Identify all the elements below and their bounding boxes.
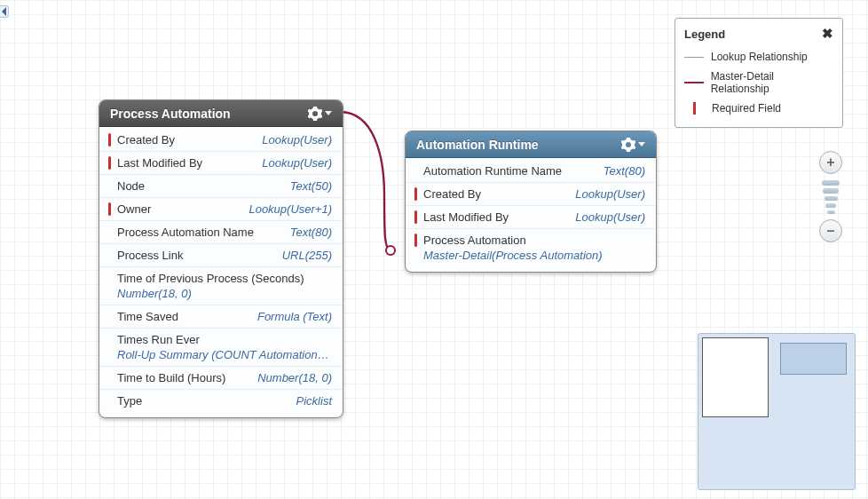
field-type[interactable]: Picklist <box>296 394 332 408</box>
panel-body: Automation Runtime NameText(80)Created B… <box>406 158 656 272</box>
field-row[interactable]: Created ByLookup(User) <box>406 183 656 206</box>
field-type[interactable]: Lookup(User) <box>262 156 332 170</box>
field-type[interactable]: Number(18, 0) <box>257 371 332 384</box>
field-row[interactable]: Time SavedFormula (Text) <box>99 305 343 329</box>
minimap[interactable] <box>698 333 856 490</box>
field-row[interactable]: Time to Build (Hours)Number(18, 0) <box>99 367 343 390</box>
field-type[interactable]: Lookup(User) <box>575 187 645 201</box>
field-type[interactable]: Text(80) <box>290 226 332 239</box>
legend-header: Legend ✖ <box>684 26 833 42</box>
field-type[interactable]: Lookup(User+1) <box>249 202 332 216</box>
field-row[interactable]: Process Automation NameText(80) <box>99 221 343 244</box>
field-type[interactable]: Number(18, 0) <box>108 285 192 300</box>
minimap-viewport[interactable] <box>780 343 847 375</box>
field-name: Time Saved <box>117 310 257 323</box>
legend-label: Master-Detail Relationship <box>711 70 833 95</box>
field-type[interactable]: Text(50) <box>290 179 332 193</box>
field-name: Automation Runtime Name <box>423 164 604 178</box>
field-row[interactable]: Created ByLookup(User) <box>99 129 343 152</box>
legend-panel[interactable]: Legend ✖ Lookup Relationship Master-Deta… <box>675 18 843 128</box>
master-line-icon <box>684 82 704 83</box>
field-name: Type <box>117 394 296 408</box>
lookup-line-icon <box>684 57 704 58</box>
relationship-connector <box>340 107 411 266</box>
legend-label: Lookup Relationship <box>711 51 808 63</box>
field-row[interactable]: Times Run EverRoll-Up Summary (COUNT Aut… <box>99 329 343 367</box>
field-name: Created By <box>423 187 575 201</box>
field-name: Owner <box>117 202 249 216</box>
field-row[interactable]: OwnerLookup(User+1) <box>99 198 343 221</box>
field-name: Process Link <box>117 249 282 262</box>
gear-icon <box>621 138 635 152</box>
panel-header[interactable]: Automation Runtime <box>406 131 656 158</box>
zoom-in-button[interactable]: + <box>819 151 842 174</box>
field-type[interactable]: URL(255) <box>282 249 332 262</box>
required-indicator <box>108 156 111 170</box>
field-name: Time of Previous Process (Seconds) <box>117 272 332 285</box>
legend-title: Legend <box>684 28 725 41</box>
field-name: Times Run Ever <box>117 333 332 346</box>
zoom-control: + – <box>818 151 843 242</box>
panel-header[interactable]: Process Automation <box>99 100 343 127</box>
legend-item-required: Required Field <box>684 99 833 118</box>
zoom-slider[interactable] <box>822 176 840 218</box>
panel-settings-menu[interactable] <box>621 138 645 152</box>
svg-point-0 <box>386 246 395 255</box>
field-row[interactable]: Last Modified ByLookup(User) <box>99 152 343 175</box>
panel-settings-menu[interactable] <box>308 107 332 121</box>
field-row[interactable]: Process AutomationMaster-Detail(Process … <box>406 229 656 266</box>
panel-title: Process Automation <box>110 107 231 121</box>
field-row[interactable]: NodeText(50) <box>99 175 343 198</box>
field-name: Process Automation <box>423 234 645 247</box>
legend-close-button[interactable]: ✖ <box>822 26 833 42</box>
legend-item-lookup: Lookup Relationship <box>684 47 833 67</box>
required-indicator <box>414 210 417 224</box>
field-row[interactable]: Process LinkURL(255) <box>99 244 343 267</box>
field-name: Last Modified By <box>423 210 575 224</box>
minimap-canvas <box>702 337 769 417</box>
field-type[interactable]: Formula (Text) <box>257 310 332 323</box>
field-row[interactable]: TypePicklist <box>99 390 343 412</box>
caret-down-icon <box>325 111 332 115</box>
field-name: Node <box>117 179 290 193</box>
field-row[interactable]: Time of Previous Process (Seconds)Number… <box>99 267 343 305</box>
field-name: Created By <box>117 133 262 147</box>
entity-automation-runtime[interactable]: Automation Runtime Automation Runtime Na… <box>405 131 657 273</box>
entity-process-automation[interactable]: Process Automation Created ByLookup(User… <box>99 99 343 418</box>
field-type[interactable]: Roll-Up Summary (COUNT Automation Run <box>108 346 332 361</box>
field-row[interactable]: Automation Runtime NameText(80) <box>406 160 656 183</box>
gear-icon <box>308 107 322 121</box>
field-type[interactable]: Text(80) <box>604 164 645 178</box>
required-bar-icon <box>693 102 696 115</box>
field-type[interactable]: Master-Detail(Process Automation) <box>414 247 603 262</box>
field-name: Last Modified By <box>117 156 262 170</box>
schema-canvas[interactable]: Process Automation Created ByLookup(User… <box>0 0 868 499</box>
legend-label: Required Field <box>712 102 781 115</box>
required-indicator <box>108 202 111 216</box>
panel-body: Created ByLookup(User)Last Modified ByLo… <box>99 127 343 417</box>
field-name: Time to Build (Hours) <box>117 371 257 384</box>
field-type[interactable]: Lookup(User) <box>262 133 332 147</box>
field-name: Process Automation Name <box>117 226 290 239</box>
panel-title: Automation Runtime <box>416 138 539 152</box>
caret-down-icon <box>638 142 645 147</box>
required-indicator <box>414 187 417 201</box>
field-type[interactable]: Lookup(User) <box>575 210 645 224</box>
sidebar-collapse-toggle[interactable] <box>0 5 9 18</box>
required-indicator <box>414 234 417 247</box>
zoom-out-button[interactable]: – <box>819 219 842 242</box>
field-row[interactable]: Last Modified ByLookup(User) <box>406 206 656 229</box>
legend-item-master: Master-Detail Relationship <box>684 67 833 99</box>
required-indicator <box>108 133 111 147</box>
